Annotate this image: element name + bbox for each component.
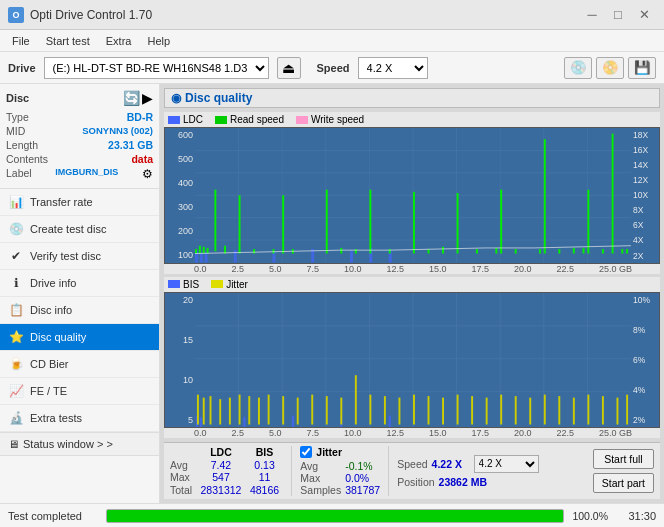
svg-rect-88 <box>340 397 342 424</box>
speed-select[interactable]: 4.2 X <box>358 57 428 79</box>
sidebar-item-cd-bier[interactable]: 🍺 CD Bier <box>0 351 159 378</box>
disc-label-icon[interactable]: ⚙ <box>142 167 153 181</box>
jitter-values: Avg -0.1% Max 0.0% Samples 381787 <box>300 460 380 496</box>
svg-rect-78 <box>219 399 221 424</box>
yr2-8pct: 8% <box>633 325 657 335</box>
speed-ctrl-label: Speed <box>397 458 427 470</box>
save-icon-btn[interactable]: 💾 <box>628 57 656 79</box>
menu-extra[interactable]: Extra <box>98 33 140 49</box>
sidebar-item-fe-te[interactable]: 📈 FE / TE <box>0 378 159 405</box>
position-row: Position 23862 MB <box>397 476 538 488</box>
disc-write-icon-btn[interactable]: 📀 <box>596 57 624 79</box>
progress-bar-container <box>106 509 564 523</box>
svg-rect-24 <box>199 246 201 254</box>
drive-select[interactable]: (E:) HL-DT-ST BD-RE WH16NS48 1.D3 <box>44 57 269 79</box>
bis-header: BIS <box>246 446 284 458</box>
extra-tests-icon: 🔬 <box>8 410 24 426</box>
disc-read-icon-btn[interactable]: 💿 <box>564 57 592 79</box>
x2-7.5: 7.5 <box>306 428 319 438</box>
y2-10: 10 <box>167 375 193 385</box>
drive-label: Drive <box>8 62 36 74</box>
jitter-legend-label: Jitter <box>226 279 248 290</box>
jitter-legend-color <box>211 280 223 288</box>
maximize-button[interactable]: □ <box>606 5 630 25</box>
x1-25: 25.0 GB <box>599 264 632 274</box>
read-speed-legend-label: Read speed <box>230 114 284 125</box>
svg-rect-32 <box>282 195 284 253</box>
disc-quality-icon: ⭐ <box>8 329 24 345</box>
svg-rect-79 <box>229 397 231 424</box>
jitter-header-row: Jitter <box>300 446 380 458</box>
avg-bis: 0.13 <box>246 459 284 471</box>
close-button[interactable]: ✕ <box>632 5 656 25</box>
chart2-x-axis: 0.0 2.5 5.0 7.5 10.0 12.5 15.0 17.5 20.0… <box>164 428 660 438</box>
progress-bar-fill <box>107 510 563 522</box>
disc-type-row: Type BD-R <box>6 110 153 124</box>
write-speed-legend-label: Write speed <box>311 114 364 125</box>
stats-area: LDC BIS Avg 7.42 0.13 Max 547 11 Total 2… <box>164 442 660 499</box>
x2-15: 15.0 <box>429 428 447 438</box>
jitter-checkbox[interactable] <box>300 446 312 458</box>
svg-rect-17 <box>234 250 237 262</box>
sidebar-status: 🖥 Status window > > <box>0 432 159 456</box>
svg-rect-84 <box>282 396 284 424</box>
chart2-svg <box>195 293 631 428</box>
charts-container: LDC Read speed Write speed <box>164 112 660 438</box>
menu-file[interactable]: File <box>4 33 38 49</box>
disc-icon1[interactable]: 🔄 <box>123 90 140 106</box>
start-full-button[interactable]: Start full <box>593 449 654 469</box>
sidebar-item-disc-info[interactable]: 📋 Disc info <box>0 297 159 324</box>
svg-rect-94 <box>428 396 430 424</box>
sidebar-item-extra-tests[interactable]: 🔬 Extra tests <box>0 405 159 432</box>
svg-rect-41 <box>442 247 444 254</box>
svg-rect-44 <box>495 248 497 254</box>
panel-title: ◉ Disc quality <box>164 88 660 108</box>
start-part-button[interactable]: Start part <box>593 473 654 493</box>
yr1-12x: 12X <box>633 175 657 185</box>
verify-test-disc-icon: ✔ <box>8 248 24 264</box>
menu-help[interactable]: Help <box>139 33 178 49</box>
minimize-button[interactable]: ─ <box>580 5 604 25</box>
x2-22.5: 22.5 <box>556 428 574 438</box>
speed-ctrl-select[interactable]: 4.2 X <box>474 455 539 473</box>
write-speed-legend-color <box>296 116 308 124</box>
sidebar-item-transfer-rate[interactable]: 📊 Transfer rate <box>0 189 159 216</box>
svg-rect-53 <box>602 249 604 253</box>
nav-label-fe-te: FE / TE <box>30 385 67 397</box>
svg-rect-56 <box>626 249 628 253</box>
disc-label-row: Label IMGBURN_DIS ⚙ <box>6 166 153 182</box>
ldc-bis-table: LDC BIS Avg 7.42 0.13 Max 547 11 Total 2… <box>170 446 283 496</box>
svg-rect-105 <box>587 394 589 424</box>
x2-5: 5.0 <box>269 428 282 438</box>
nav-label-create-test-disc: Create test disc <box>30 223 106 235</box>
y1-300: 300 <box>167 202 193 212</box>
svg-rect-82 <box>258 397 260 424</box>
svg-rect-74 <box>389 415 391 427</box>
sidebar-item-disc-quality[interactable]: ⭐ Disc quality <box>0 324 159 351</box>
svg-rect-45 <box>500 190 502 254</box>
total-ldc: 2831312 <box>196 484 246 496</box>
svg-rect-36 <box>355 249 357 253</box>
chart2-wrapper: 20 15 10 5 <box>164 292 660 429</box>
status-window-button[interactable]: 🖥 Status window > > <box>0 433 159 456</box>
sidebar-item-verify-test-disc[interactable]: ✔ Verify test disc <box>0 243 159 270</box>
menu-start-test[interactable]: Start test <box>38 33 98 49</box>
speed-controls: Speed 4.22 X 4.2 X Position 23862 MB <box>388 446 538 496</box>
cd-bier-icon: 🍺 <box>8 356 24 372</box>
svg-rect-20 <box>350 251 353 262</box>
svg-rect-85 <box>297 397 299 424</box>
bis-legend-color <box>168 280 180 288</box>
svg-rect-86 <box>311 394 313 424</box>
svg-rect-75 <box>197 394 199 424</box>
svg-rect-48 <box>544 139 546 253</box>
jitter-samples-val: 381787 <box>345 484 380 496</box>
disc-icon2[interactable]: ▶ <box>142 90 153 106</box>
eject-button[interactable]: ⏏ <box>277 57 301 79</box>
svg-rect-28 <box>224 246 226 254</box>
sidebar-item-create-test-disc[interactable]: 💿 Create test disc <box>0 216 159 243</box>
svg-rect-103 <box>558 396 560 424</box>
progress-percent: 100.0% <box>572 510 608 522</box>
sidebar-item-drive-info[interactable]: ℹ Drive info <box>0 270 159 297</box>
total-label: Total <box>170 484 196 496</box>
x1-2.5: 2.5 <box>231 264 244 274</box>
